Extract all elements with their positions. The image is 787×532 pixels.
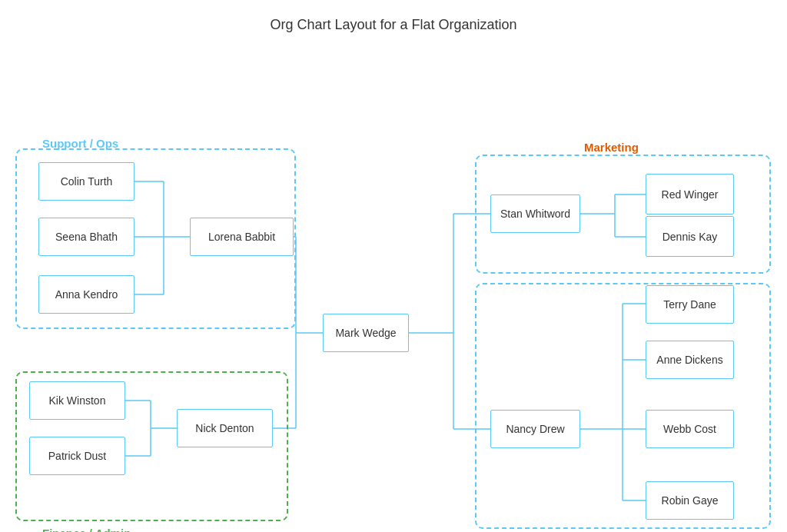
node-seena-bhath: Seena Bhath — [38, 218, 134, 256]
node-mark-wedge: Mark Wedge — [323, 314, 409, 352]
node-nick-denton: Nick Denton — [177, 409, 273, 447]
node-terry-dane: Terry Dane — [646, 285, 734, 324]
node-lorena-babbit: Lorena Babbit — [190, 218, 294, 256]
node-dennis-kay: Dennis Kay — [646, 216, 734, 257]
node-anna-kendro: Anna Kendro — [38, 275, 134, 314]
node-stan-whitword: Stan Whitword — [490, 195, 580, 233]
node-robin-gaye: Robin Gaye — [646, 481, 734, 520]
node-webb-cost: Webb Cost — [646, 410, 734, 448]
support-ops-label: Support / Ops — [42, 137, 118, 150]
node-kik-winston: Kik Winston — [29, 381, 125, 420]
node-red-winger: Red Winger — [646, 174, 734, 214]
marketing-label: Marketing — [584, 141, 639, 154]
node-patrick-dust: Patrick Dust — [29, 437, 125, 475]
page-title: Org Chart Layout for a Flat Organization — [0, 0, 787, 33]
node-anne-dickens: Anne Dickens — [646, 341, 734, 379]
node-nancy-drew: Nancy Drew — [490, 410, 580, 448]
node-colin-turth: Colin Turth — [38, 162, 134, 201]
finance-admin-label: Finance / Admin — [42, 527, 131, 532]
